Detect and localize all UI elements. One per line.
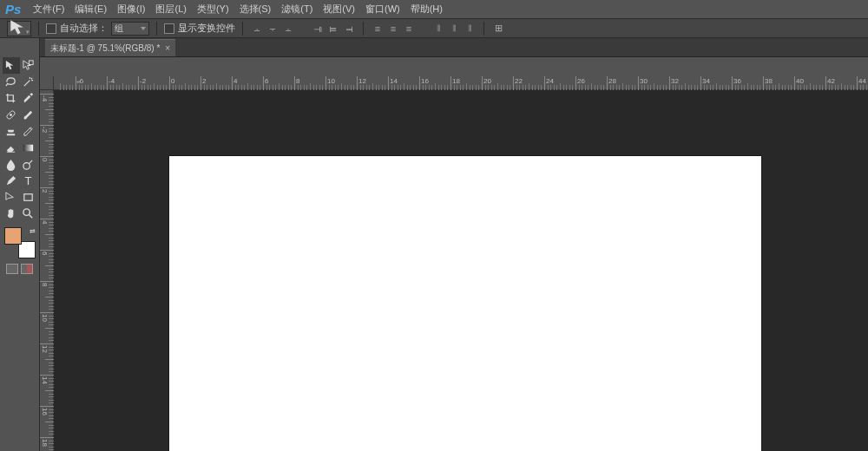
wand-icon [22, 75, 35, 88]
show-transform-label: 显示变换控件 [178, 22, 235, 35]
distribute-hcenter-icon[interactable]: ⦀ [447, 22, 461, 36]
foreground-color-swatch[interactable] [4, 227, 22, 245]
eyedropper-tool[interactable] [20, 90, 37, 107]
align-left-group: ⫣ ⫢ ⫤ [311, 22, 356, 36]
move-tool[interactable] [3, 57, 20, 74]
align-hcenter-icon[interactable]: ⫢ [326, 22, 340, 36]
blur-icon [4, 158, 17, 171]
menu-类型(Y)[interactable]: 类型(Y) [192, 0, 234, 18]
menu-图层(L)[interactable]: 图层(L) [150, 0, 191, 18]
auto-align-icon[interactable]: ⊞ [491, 22, 505, 36]
align-vcenter-icon[interactable]: ⫟ [266, 22, 279, 36]
horizontal-ruler[interactable]: -6-4-20246810121416182022242628303234363… [54, 76, 868, 90]
svg-rect-0 [29, 61, 33, 65]
eraser-icon [4, 141, 17, 154]
text-icon: T [22, 174, 35, 187]
pen-tool[interactable] [3, 173, 20, 189]
quick-mask-mode-icon[interactable] [21, 264, 33, 274]
distribute-vcenter-icon[interactable]: ≡ [386, 22, 400, 36]
layer-group-select[interactable]: 组 [111, 22, 149, 36]
active-tool-indicator[interactable]: ▾ [7, 21, 31, 36]
align-left-icon[interactable]: ⫣ [311, 22, 325, 36]
artboard-tool[interactable] [20, 57, 37, 74]
toolbox: T ⇄ [0, 38, 40, 451]
canvas[interactable] [169, 156, 761, 451]
brush-icon [22, 108, 35, 121]
document-tab-bar: 未标题-1 @ 75.1%(RGB/8) * × [40, 38, 868, 57]
artboard-icon [22, 59, 35, 72]
stamp-icon [4, 125, 17, 138]
swap-colors-icon[interactable]: ⇄ [30, 227, 36, 235]
dodge-tool[interactable] [20, 156, 37, 173]
svg-point-3 [23, 163, 30, 170]
menu-视图(V)[interactable]: 视图(V) [318, 0, 360, 18]
history-icon [22, 125, 35, 138]
menu-窗口(W)[interactable]: 窗口(W) [360, 0, 405, 18]
pen-icon [4, 174, 17, 187]
distribute-bottom-icon[interactable]: ≡ [402, 22, 416, 36]
show-transform-checkbox[interactable] [164, 23, 174, 34]
distribute-top-icon[interactable]: ≡ [371, 22, 385, 36]
app-logo: Ps [3, 2, 28, 16]
move-icon [4, 59, 17, 72]
svg-point-6 [23, 209, 30, 216]
zoom-tool[interactable] [20, 206, 37, 222]
history-brush-tool[interactable] [20, 123, 37, 140]
eyedrop-icon [22, 92, 35, 105]
path-select-tool[interactable] [3, 189, 20, 206]
menu-文件(F)[interactable]: 文件(F) [28, 0, 69, 18]
close-tab-icon[interactable]: × [165, 43, 170, 53]
svg-point-1 [10, 114, 12, 116]
expand-panels-icon[interactable]: « [76, 78, 83, 85]
menu-滤镜(T)[interactable]: 滤镜(T) [276, 0, 318, 18]
type-tool[interactable]: T [20, 173, 37, 189]
crop-tool[interactable] [3, 90, 20, 107]
distribute-v-group: ≡ ≡ ≡ [371, 22, 416, 36]
svg-rect-2 [23, 145, 33, 152]
menu-图像(I)[interactable]: 图像(I) [112, 0, 150, 18]
auto-select-checkbox[interactable] [46, 23, 56, 34]
align-right-icon[interactable]: ⫤ [342, 22, 356, 36]
spot-heal-tool[interactable] [3, 107, 20, 123]
hand-icon [4, 207, 17, 220]
ruler-origin[interactable] [40, 76, 54, 90]
auto-select-label: 自动选择： [60, 22, 108, 35]
options-bar: ▾ 自动选择： 组 显示变换控件 ⫠ ⫟ ⫠ ⫣ ⫢ ⫤ ≡ ≡ ≡ ⦀ ⦀ ⦀… [0, 19, 868, 38]
blur-tool[interactable] [3, 156, 20, 173]
shape-icon [22, 191, 35, 204]
document-area: -6-4-20246810121416182022242628303234363… [40, 76, 868, 451]
gradient-tool[interactable] [20, 140, 37, 156]
distribute-right-icon[interactable]: ⦀ [463, 22, 477, 36]
rectangle-tool[interactable] [20, 189, 37, 206]
align-top-edges-icon[interactable]: ⫠ [250, 22, 264, 36]
eraser-tool[interactable] [3, 140, 20, 156]
svg-text:T: T [24, 174, 31, 187]
brush-tool[interactable] [20, 107, 37, 123]
lasso-icon [4, 75, 17, 88]
heal-icon [4, 108, 17, 121]
vertical-ruler[interactable]: -4-2024681012141618202224 [40, 90, 54, 451]
menu-帮助(H)[interactable]: 帮助(H) [405, 0, 448, 18]
align-top-group: ⫠ ⫟ ⫠ [250, 22, 295, 36]
color-swatches: ⇄ [4, 227, 36, 258]
crop-icon [4, 92, 17, 105]
document-tab-title: 未标题-1 @ 75.1%(RGB/8) * [50, 42, 160, 55]
zoom-icon [22, 207, 35, 220]
align-bottom-icon[interactable]: ⫠ [281, 22, 295, 36]
lasso-tool[interactable] [3, 74, 20, 90]
clone-stamp-tool[interactable] [3, 123, 20, 140]
menu-选择(S)[interactable]: 选择(S) [234, 0, 277, 18]
gradient-icon [22, 141, 35, 154]
distribute-h-group: ⦀ ⦀ ⦀ [431, 22, 477, 36]
distribute-left-icon[interactable]: ⦀ [431, 22, 445, 36]
hand-tool[interactable] [3, 206, 20, 222]
dodge-icon [22, 158, 35, 171]
edit-standard-mode-icon[interactable] [6, 264, 18, 274]
menu-编辑(E)[interactable]: 编辑(E) [69, 0, 112, 18]
document-tab[interactable]: 未标题-1 @ 75.1%(RGB/8) * × [45, 39, 175, 56]
menubar: Ps 文件(F)编辑(E)图像(I)图层(L)类型(Y)选择(S)滤镜(T)视图… [0, 0, 868, 19]
path-icon [4, 191, 17, 204]
canvas-viewport[interactable] [54, 90, 868, 451]
magic-wand-tool[interactable] [20, 74, 37, 90]
svg-rect-5 [24, 194, 32, 201]
